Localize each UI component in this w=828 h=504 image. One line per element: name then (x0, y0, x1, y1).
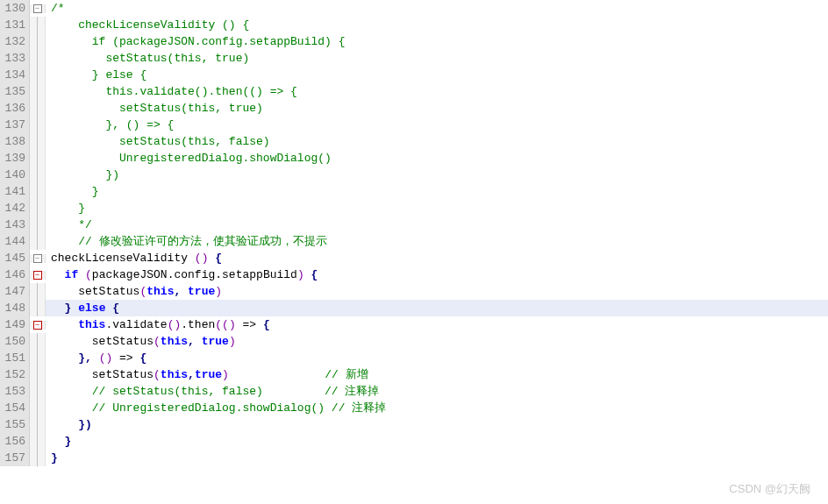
code-content[interactable]: } else { (46, 300, 828, 316)
code-content[interactable]: /* (46, 0, 828, 17)
code-line[interactable]: 139 UnregisteredDialog.showDialog() (0, 150, 828, 167)
code-content[interactable]: } (46, 433, 828, 450)
line-number: 140 (0, 167, 30, 183)
fold-gutter (30, 366, 46, 383)
fold-gutter[interactable]: − (30, 321, 46, 330)
line-number: 135 (0, 83, 30, 100)
fold-gutter (30, 416, 46, 433)
code-line[interactable]: 130−/* (0, 0, 828, 17)
line-number: 157 (0, 450, 30, 466)
line-number: 151 (0, 350, 30, 366)
fold-gutter (30, 200, 46, 217)
code-content[interactable]: // 修改验证许可的方法，使其验证成功，不提示 (46, 233, 828, 250)
code-line[interactable]: 144 // 修改验证许可的方法，使其验证成功，不提示 (0, 233, 828, 250)
code-line[interactable]: 152 setStatus(this,true) // 新增 (0, 366, 828, 383)
code-line[interactable]: 136 setStatus(this, true) (0, 100, 828, 117)
code-line[interactable]: 147 setStatus(this, true) (0, 283, 828, 300)
code-line[interactable]: 150 setStatus(this, true) (0, 333, 828, 350)
code-content[interactable]: } (46, 450, 828, 466)
line-number: 133 (0, 50, 30, 67)
fold-gutter (30, 300, 46, 316)
code-content[interactable]: */ (46, 217, 828, 233)
fold-gutter (30, 350, 46, 366)
code-content[interactable]: if (packageJSON.config.setappBuild) { (46, 33, 828, 50)
line-number: 149 (0, 316, 30, 333)
fold-gutter (30, 17, 46, 33)
fold-gutter (30, 383, 46, 400)
code-content[interactable]: this.validate().then(() => { (46, 316, 828, 333)
code-line[interactable]: 141 } (0, 183, 828, 200)
fold-gutter[interactable]: − (30, 4, 46, 13)
code-line[interactable]: 140 }) (0, 167, 828, 183)
line-number: 147 (0, 283, 30, 300)
code-content[interactable]: // setStatus(this, false) // 注释掉 (46, 383, 828, 400)
line-number: 148 (0, 300, 30, 316)
code-content[interactable]: checkLicenseValidity () { (46, 250, 828, 266)
fold-gutter (30, 183, 46, 200)
line-number: 136 (0, 100, 30, 117)
line-number: 146 (0, 266, 30, 283)
code-line[interactable]: 153 // setStatus(this, false) // 注释掉 (0, 383, 828, 400)
code-line[interactable]: 157} (0, 450, 828, 466)
code-content[interactable]: } else { (46, 67, 828, 83)
line-number: 131 (0, 17, 30, 33)
code-line[interactable]: 146− if (packageJSON.config.setappBuild)… (0, 266, 828, 283)
code-line[interactable]: 131 checkLicenseValidity () { (0, 17, 828, 33)
code-line[interactable]: 138 setStatus(this, false) (0, 133, 828, 150)
line-number: 152 (0, 366, 30, 383)
code-line[interactable]: 156 } (0, 433, 828, 450)
code-content[interactable]: setStatus(this, true) (46, 333, 828, 350)
code-content[interactable]: setStatus(this,true) // 新增 (46, 366, 828, 383)
code-content[interactable]: setStatus(this, true) (46, 50, 828, 67)
line-number: 143 (0, 217, 30, 233)
fold-gutter (30, 400, 46, 416)
code-content[interactable]: }, () => { (46, 350, 828, 366)
code-content[interactable]: if (packageJSON.config.setappBuild) { (46, 266, 828, 283)
code-line[interactable]: 133 setStatus(this, true) (0, 50, 828, 67)
code-content[interactable]: } (46, 200, 828, 217)
fold-gutter (30, 67, 46, 83)
code-line[interactable]: 135 this.validate().then(() => { (0, 83, 828, 100)
code-content[interactable]: }) (46, 416, 828, 433)
code-line[interactable]: 154 // UnregisteredDialog.showDialog() /… (0, 400, 828, 416)
code-line[interactable]: 149− this.validate().then(() => { (0, 316, 828, 333)
fold-gutter (30, 83, 46, 100)
code-line[interactable]: 145−checkLicenseValidity () { (0, 250, 828, 266)
code-content[interactable]: setStatus(this, true) (46, 283, 828, 300)
line-number: 153 (0, 383, 30, 400)
fold-gutter (30, 50, 46, 67)
code-content[interactable]: }, () => { (46, 117, 828, 133)
fold-gutter (30, 33, 46, 50)
code-content[interactable]: UnregisteredDialog.showDialog() (46, 150, 828, 167)
fold-gutter (30, 450, 46, 466)
line-number: 145 (0, 250, 30, 266)
code-line[interactable]: 132 if (packageJSON.config.setappBuild) … (0, 33, 828, 50)
code-content[interactable]: this.validate().then(() => { (46, 83, 828, 100)
code-content[interactable]: // UnregisteredDialog.showDialog() // 注释… (46, 400, 828, 416)
fold-gutter[interactable]: − (30, 271, 46, 280)
code-editor[interactable]: 130−/*131 checkLicenseValidity () {132 i… (0, 0, 828, 466)
code-line[interactable]: 151 }, () => { (0, 350, 828, 366)
line-number: 155 (0, 416, 30, 433)
code-line[interactable]: 155 }) (0, 416, 828, 433)
code-content[interactable]: } (46, 183, 828, 200)
code-line[interactable]: 137 }, () => { (0, 117, 828, 133)
fold-gutter (30, 433, 46, 450)
code-content[interactable]: checkLicenseValidity () { (46, 17, 828, 33)
code-content[interactable]: }) (46, 167, 828, 183)
code-content[interactable]: setStatus(this, true) (46, 100, 828, 117)
code-line[interactable]: 142 } (0, 200, 828, 217)
code-line[interactable]: 134 } else { (0, 67, 828, 83)
line-number: 141 (0, 183, 30, 200)
fold-gutter (30, 167, 46, 183)
line-number: 130 (0, 0, 30, 17)
code-content[interactable]: setStatus(this, false) (46, 133, 828, 150)
fold-gutter (30, 217, 46, 233)
line-number: 150 (0, 333, 30, 350)
fold-gutter[interactable]: − (30, 254, 46, 263)
code-line[interactable]: 148 } else { (0, 300, 828, 316)
line-number: 134 (0, 67, 30, 83)
fold-gutter (30, 283, 46, 300)
line-number: 137 (0, 117, 30, 133)
code-line[interactable]: 143 */ (0, 217, 828, 233)
